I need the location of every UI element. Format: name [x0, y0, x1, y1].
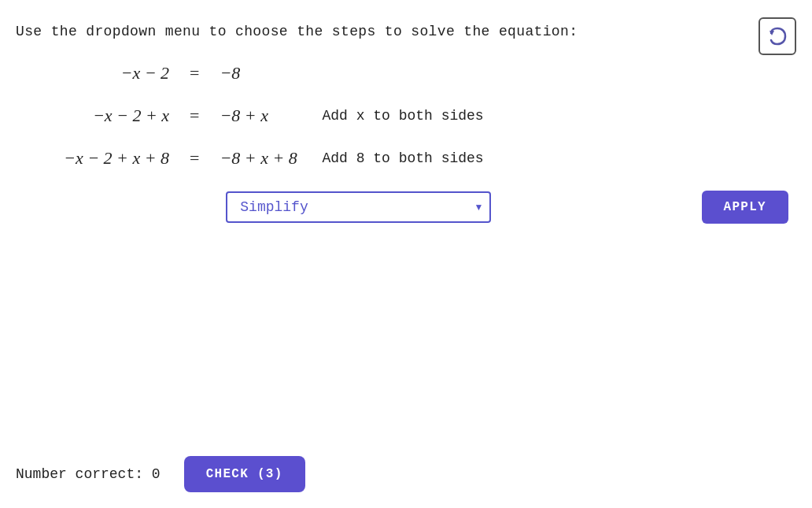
- dropdown-center: Simplify Add x to both sides Add 8 to bo…: [16, 191, 702, 223]
- eq2-lhs: −x − 2 + x: [31, 106, 169, 126]
- eq3-lhs: −x − 2 + x + 8: [31, 148, 169, 169]
- simplify-dropdown[interactable]: Simplify Add x to both sides Add 8 to bo…: [226, 191, 491, 223]
- eq3-equals: =: [190, 148, 199, 169]
- eq1-rhs: −8: [220, 63, 298, 83]
- apply-button[interactable]: APPLY: [702, 191, 788, 224]
- number-correct-label: Number correct: 0: [16, 466, 161, 482]
- equations-area: −x − 2 = −8 −x − 2 + x = −8 + x Add x to…: [31, 63, 796, 169]
- equation-math-1: −x − 2 = −8: [31, 63, 298, 83]
- main-container: Use the dropdown menu to choose the step…: [0, 0, 812, 508]
- simplify-select-wrapper[interactable]: Simplify Add x to both sides Add 8 to bo…: [226, 191, 491, 223]
- equation-math-2: −x − 2 + x = −8 + x: [31, 106, 298, 126]
- eq2-equals: =: [190, 106, 199, 126]
- eq1-equals: =: [190, 63, 199, 83]
- eq3-rhs: −8 + x + 8: [220, 148, 298, 169]
- eq3-label: Add 8 to both sides: [322, 150, 483, 166]
- instruction-text: Use the dropdown menu to choose the step…: [16, 24, 796, 39]
- eq2-rhs: −8 + x: [220, 106, 298, 126]
- bottom-bar: Number correct: 0 CHECK (3): [16, 456, 305, 492]
- equation-row-2: −x − 2 + x = −8 + x Add x to both sides: [31, 106, 796, 126]
- eq2-label: Add x to both sides: [322, 108, 483, 124]
- equation-row-1: −x − 2 = −8: [31, 63, 796, 83]
- check-button[interactable]: CHECK (3): [184, 456, 305, 492]
- equation-row-3: −x − 2 + x + 8 = −8 + x + 8 Add 8 to bot…: [31, 148, 796, 169]
- eq1-lhs: −x − 2: [31, 63, 169, 83]
- undo-button[interactable]: [758, 17, 796, 55]
- equation-math-3: −x − 2 + x + 8 = −8 + x + 8: [31, 148, 298, 169]
- action-row: Simplify Add x to both sides Add 8 to bo…: [16, 191, 796, 224]
